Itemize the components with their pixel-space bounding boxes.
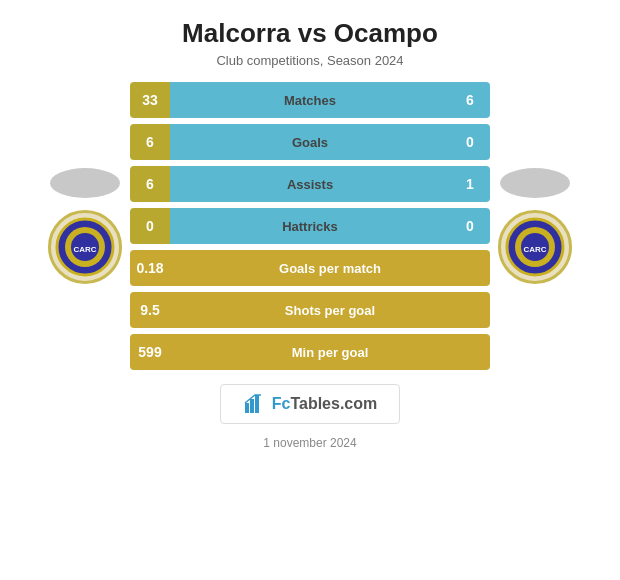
stat-left-assists: 6 (130, 166, 170, 202)
stat-row-assists: 6 Assists 1 (130, 166, 490, 202)
left-badge-svg: CARC (55, 217, 115, 277)
stat-row-shots-per-goal: 9.5 Shots per goal (130, 292, 490, 328)
stat-row-matches: 33 Matches 6 (130, 82, 490, 118)
left-ellipse (50, 168, 120, 198)
right-badge-svg: CARC (505, 217, 565, 277)
stat-left-goals-per-match: 0.18 (130, 250, 170, 286)
left-club-badge: CARC (48, 210, 122, 284)
stat-row-goals-per-match: 0.18 Goals per match (130, 250, 490, 286)
left-team-logo-area: CARC (40, 168, 130, 284)
main-area: CARC 33 Matches 6 6 Goals 0 6 Assists 1 (10, 82, 610, 370)
stat-left-hattricks: 0 (130, 208, 170, 244)
stats-area: 33 Matches 6 6 Goals 0 6 Assists 1 0 Hat… (130, 82, 490, 370)
right-club-badge: CARC (498, 210, 572, 284)
main-container: Malcorra vs Ocampo Club competitions, Se… (0, 0, 620, 580)
stat-label-goals: Goals (170, 124, 450, 160)
stat-right-matches: 6 (450, 82, 490, 118)
svg-rect-9 (250, 399, 254, 413)
stat-row-goals: 6 Goals 0 (130, 124, 490, 160)
svg-rect-8 (245, 403, 249, 413)
fctables-text: FcTables.com (272, 395, 378, 413)
stat-label-goals-per-match: Goals per match (170, 250, 490, 286)
stat-label-hattricks: Hattricks (170, 208, 450, 244)
right-ellipse (500, 168, 570, 198)
stat-right-hattricks: 0 (450, 208, 490, 244)
svg-text:CARC: CARC (523, 245, 546, 254)
stat-label-assists: Assists (170, 166, 450, 202)
svg-rect-10 (255, 395, 259, 413)
stat-left-goals: 6 (130, 124, 170, 160)
page-title: Malcorra vs Ocampo (182, 18, 438, 49)
stat-label-min-per-goal: Min per goal (170, 334, 490, 370)
stat-row-hattricks: 0 Hattricks 0 (130, 208, 490, 244)
stat-left-shots-per-goal: 9.5 (130, 292, 170, 328)
page-subtitle: Club competitions, Season 2024 (216, 53, 403, 68)
fctables-icon (243, 393, 265, 415)
date-footer: 1 november 2024 (263, 436, 356, 450)
stat-label-matches: Matches (170, 82, 450, 118)
right-team-logo-area: CARC (490, 168, 580, 284)
stat-row-min-per-goal: 599 Min per goal (130, 334, 490, 370)
stat-label-shots-per-goal: Shots per goal (170, 292, 490, 328)
stat-right-goals: 0 (450, 124, 490, 160)
fctables-logo-area: FcTables.com (220, 384, 401, 424)
stat-left-min-per-goal: 599 (130, 334, 170, 370)
stat-right-assists: 1 (450, 166, 490, 202)
stat-left-matches: 33 (130, 82, 170, 118)
svg-text:CARC: CARC (73, 245, 96, 254)
